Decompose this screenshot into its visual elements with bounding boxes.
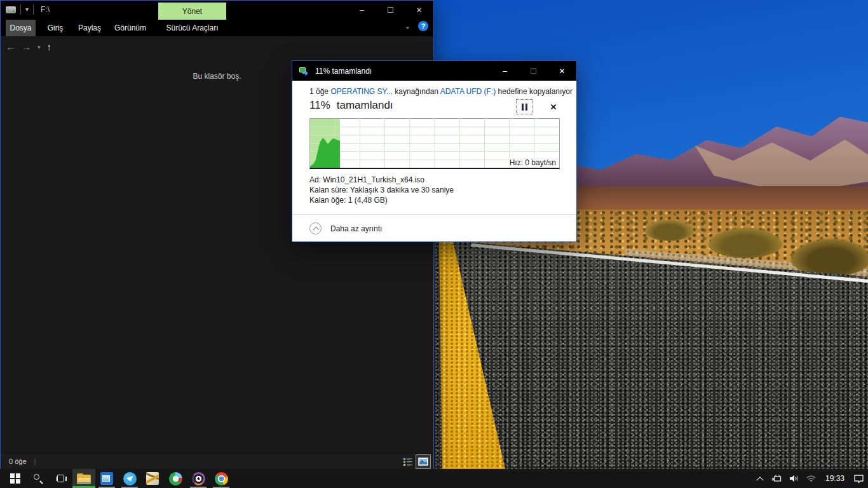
help-icon[interactable]: ? bbox=[418, 21, 428, 31]
dialog-title: 11% tamamlandı bbox=[315, 67, 372, 76]
taskbar-file-explorer[interactable] bbox=[72, 469, 95, 488]
progress-percent: 11% bbox=[309, 99, 330, 111]
drive-icon[interactable] bbox=[6, 6, 16, 13]
status-bar: 0 öğe | bbox=[1, 453, 433, 470]
wallpaper-bush bbox=[790, 238, 868, 276]
volume-icon[interactable] bbox=[789, 469, 800, 488]
dialog-minimize-button[interactable]: – bbox=[491, 61, 519, 81]
minimize-button[interactable]: – bbox=[348, 1, 376, 20]
taskbar-chrome[interactable] bbox=[210, 469, 233, 488]
tab-paylas[interactable]: Paylaş bbox=[73, 20, 106, 36]
taskbar-photos-app[interactable] bbox=[95, 469, 118, 488]
items-label: Kalan öğe: bbox=[309, 196, 346, 205]
download-manager-icon bbox=[169, 472, 182, 485]
thumbnail-view-button[interactable] bbox=[416, 454, 431, 469]
qat-customize-chevron-icon[interactable]: ▾ bbox=[25, 6, 29, 13]
window-controls: – ☐ ✕ bbox=[348, 1, 433, 20]
taskbar-gold-utility[interactable] bbox=[141, 469, 164, 488]
dialog-maximize-button: ☐ bbox=[519, 61, 548, 81]
summary-source: OPERATING SY... bbox=[330, 87, 393, 96]
items-value: 1 (4,48 GB) bbox=[348, 196, 388, 205]
divider bbox=[292, 214, 576, 215]
contextual-tab-group-yonet[interactable]: Yönet bbox=[158, 3, 226, 20]
desktop: ▾ F:\ Yönet – ☐ ✕ Dosya Giriş Paylaş Gör… bbox=[0, 0, 868, 488]
time-value: Yaklaşık 3 dakika ve 30 saniye bbox=[350, 186, 454, 194]
task-view-icon bbox=[56, 474, 67, 483]
windows-logo-icon bbox=[10, 473, 20, 484]
divider bbox=[33, 4, 34, 15]
progress-word: tamamlandı bbox=[337, 99, 393, 111]
photos-app-icon bbox=[100, 472, 113, 485]
explorer-titlebar[interactable]: ▾ F:\ Yönet – ☐ ✕ bbox=[1, 1, 433, 20]
close-button[interactable]: ✕ bbox=[405, 1, 433, 20]
detail-time-row: Kalan süre: Yaklaşık 3 dakika ve 30 sani… bbox=[309, 185, 454, 195]
maximize-button[interactable]: ☐ bbox=[376, 1, 405, 20]
cancel-copy-button[interactable]: ✕ bbox=[546, 100, 560, 114]
copy-speed-chart: Hız: 0 bayt/sn bbox=[309, 118, 560, 169]
speed-label: Hız: 0 bayt/sn bbox=[508, 158, 558, 167]
tab-giris[interactable]: Giriş bbox=[41, 20, 69, 36]
taskbar-telegram[interactable] bbox=[118, 469, 141, 488]
pause-button[interactable] bbox=[516, 99, 533, 114]
system-tray: 19:33 bbox=[754, 469, 864, 488]
summary-suffix: hedefine kopyalanıyor bbox=[496, 87, 573, 96]
file-explorer-icon bbox=[77, 473, 91, 484]
forward-button[interactable]: → bbox=[22, 41, 31, 52]
quick-access-toolbar: ▾ F:\ bbox=[6, 4, 50, 15]
back-button[interactable]: ← bbox=[6, 41, 15, 52]
wallpaper-bush bbox=[707, 227, 783, 258]
taskbar-download-manager[interactable] bbox=[164, 469, 187, 488]
copy-summary: 1 öğe OPERATING SY... kaynağından ADATA … bbox=[309, 87, 573, 96]
copy-details: Ad: Win10_21H1_Turkish_x64.iso Kalan sür… bbox=[309, 175, 454, 205]
detail-name-row: Ad: Win10_21H1_Turkish_x64.iso bbox=[309, 175, 454, 185]
less-details-toggle[interactable]: Daha az ayrıntı bbox=[309, 222, 382, 234]
name-value: Win10_21H1_Turkish_x64.iso bbox=[323, 175, 424, 184]
taskbar-search-button[interactable] bbox=[27, 469, 50, 488]
recent-locations-chevron-icon[interactable]: ▾ bbox=[37, 44, 41, 50]
divider bbox=[20, 4, 21, 15]
progress-line: 11%tamamlandı bbox=[309, 99, 393, 112]
gold-utility-icon bbox=[146, 472, 159, 485]
ethernet-disconnected-icon[interactable] bbox=[771, 469, 783, 488]
copy-icon: ➜ bbox=[299, 67, 310, 76]
details-view-button[interactable] bbox=[400, 454, 416, 469]
ribbon-collapse-chevron-icon[interactable]: ⌄ bbox=[405, 22, 410, 30]
summary-prefix: 1 öğe bbox=[309, 87, 330, 96]
details-view-icon bbox=[403, 458, 413, 466]
tab-surucu-araclari[interactable]: Sürücü Araçları bbox=[158, 20, 226, 36]
thumbnail-view-icon bbox=[418, 458, 428, 466]
search-icon bbox=[33, 473, 43, 484]
start-button[interactable] bbox=[4, 469, 27, 488]
taskbar-lens-app[interactable] bbox=[187, 469, 210, 488]
lens-app-icon bbox=[192, 472, 205, 485]
telegram-icon bbox=[123, 472, 137, 485]
chevron-up-circle-icon[interactable] bbox=[309, 222, 322, 234]
copy-progress-dialog: ➜ 11% tamamlandı – ☐ ✕ 1 öğe OPERATING S… bbox=[292, 60, 577, 242]
action-center-icon[interactable] bbox=[853, 469, 864, 488]
name-label: Ad: bbox=[309, 175, 321, 184]
taskbar-clock[interactable]: 19:33 bbox=[823, 474, 847, 483]
dialog-close-button[interactable]: ✕ bbox=[548, 61, 576, 81]
detail-items-row: Kalan öğe: 1 (4,48 GB) bbox=[309, 195, 454, 205]
item-count: 0 öğe bbox=[9, 458, 27, 465]
summary-destination: ADATA UFD (F:) bbox=[440, 87, 496, 96]
taskbar bbox=[0, 469, 868, 488]
hidden-icons-chevron-icon[interactable] bbox=[754, 469, 766, 488]
less-details-label: Daha az ayrıntı bbox=[330, 224, 382, 233]
tab-gorunum[interactable]: Görünüm bbox=[110, 20, 151, 36]
summary-between: kaynağından bbox=[393, 87, 440, 96]
window-title: F:\ bbox=[41, 5, 50, 14]
task-view-button[interactable] bbox=[50, 469, 72, 488]
navigation-toolbar: ← → ▾ ↑ › ADATA UFD (F:) ⌄ ↻ bbox=[1, 36, 433, 61]
up-button[interactable]: ↑ bbox=[47, 41, 52, 52]
dialog-titlebar[interactable]: ➜ 11% tamamlandı – ☐ ✕ bbox=[292, 61, 576, 81]
tab-dosya[interactable]: Dosya bbox=[6, 20, 36, 36]
divider: | bbox=[34, 458, 36, 465]
wallpaper-bush bbox=[644, 219, 695, 241]
ribbon-tab-row: Dosya Giriş Paylaş Görünüm Sürücü Araçla… bbox=[1, 20, 433, 36]
time-label: Kalan süre: bbox=[309, 186, 348, 194]
chrome-icon bbox=[215, 472, 228, 485]
wifi-icon[interactable] bbox=[806, 469, 817, 488]
